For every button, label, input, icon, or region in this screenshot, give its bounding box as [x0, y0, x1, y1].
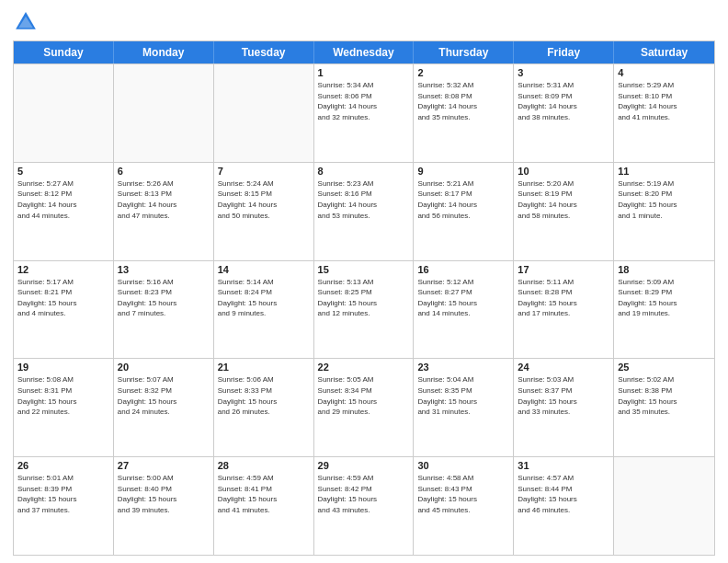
header-day-sunday: Sunday — [14, 41, 114, 63]
day-number: 16 — [417, 264, 509, 275]
day-info: Sunrise: 5:12 AM Sunset: 8:27 PM Dayligh… — [417, 277, 509, 319]
day-info: Sunrise: 5:31 AM Sunset: 8:09 PM Dayligh… — [518, 80, 609, 122]
header-day-tuesday: Tuesday — [214, 41, 314, 63]
calendar-cell: 7Sunrise: 5:24 AM Sunset: 8:15 PM Daylig… — [214, 163, 314, 260]
calendar: SundayMondayTuesdayWednesdayThursdayFrid… — [13, 40, 715, 556]
header-day-wednesday: Wednesday — [314, 41, 415, 63]
calendar-cell: 10Sunrise: 5:20 AM Sunset: 8:19 PM Dayli… — [514, 163, 614, 260]
calendar-cell — [614, 457, 714, 555]
calendar-cell: 29Sunrise: 4:59 AM Sunset: 8:42 PM Dayli… — [314, 457, 415, 555]
day-number: 22 — [318, 362, 410, 373]
header-day-saturday: Saturday — [614, 41, 714, 63]
calendar-cell: 19Sunrise: 5:08 AM Sunset: 8:31 PM Dayli… — [14, 359, 114, 456]
day-number: 12 — [17, 264, 109, 275]
calendar-cell: 6Sunrise: 5:26 AM Sunset: 8:13 PM Daylig… — [114, 163, 214, 260]
day-number: 17 — [518, 264, 609, 275]
day-info: Sunrise: 5:03 AM Sunset: 8:37 PM Dayligh… — [518, 374, 609, 417]
day-number: 8 — [318, 166, 410, 177]
calendar-cell: 20Sunrise: 5:07 AM Sunset: 8:32 PM Dayli… — [114, 359, 214, 456]
calendar-cell: 23Sunrise: 5:04 AM Sunset: 8:35 PM Dayli… — [414, 359, 514, 456]
day-info: Sunrise: 5:27 AM Sunset: 8:12 PM Dayligh… — [17, 178, 109, 221]
day-info: Sunrise: 5:04 AM Sunset: 8:35 PM Dayligh… — [417, 374, 509, 417]
calendar-cell: 11Sunrise: 5:19 AM Sunset: 8:20 PM Dayli… — [614, 163, 714, 260]
calendar-cell: 22Sunrise: 5:05 AM Sunset: 8:34 PM Dayli… — [314, 359, 415, 456]
day-info: Sunrise: 5:02 AM Sunset: 8:38 PM Dayligh… — [618, 374, 711, 417]
day-info: Sunrise: 4:59 AM Sunset: 8:41 PM Dayligh… — [218, 473, 310, 515]
header-day-thursday: Thursday — [414, 41, 514, 63]
day-number: 15 — [318, 264, 410, 275]
day-number: 7 — [218, 166, 310, 177]
day-number: 3 — [518, 67, 609, 78]
day-number: 9 — [417, 166, 509, 177]
calendar-cell: 15Sunrise: 5:13 AM Sunset: 8:25 PM Dayli… — [314, 261, 415, 359]
calendar-cell: 5Sunrise: 5:27 AM Sunset: 8:12 PM Daylig… — [14, 163, 114, 260]
calendar-week-1: 1Sunrise: 5:34 AM Sunset: 8:06 PM Daylig… — [14, 63, 714, 162]
day-info: Sunrise: 5:09 AM Sunset: 8:29 PM Dayligh… — [618, 277, 711, 319]
calendar-cell: 4Sunrise: 5:29 AM Sunset: 8:10 PM Daylig… — [614, 64, 714, 162]
calendar-cell: 18Sunrise: 5:09 AM Sunset: 8:29 PM Dayli… — [614, 261, 714, 359]
calendar-cell: 30Sunrise: 4:58 AM Sunset: 8:43 PM Dayli… — [414, 457, 514, 555]
calendar-week-2: 5Sunrise: 5:27 AM Sunset: 8:12 PM Daylig… — [14, 162, 714, 260]
calendar-cell: 31Sunrise: 4:57 AM Sunset: 8:44 PM Dayli… — [514, 457, 614, 555]
calendar-cell: 28Sunrise: 4:59 AM Sunset: 8:41 PM Dayli… — [214, 457, 314, 555]
day-info: Sunrise: 4:59 AM Sunset: 8:42 PM Dayligh… — [318, 473, 410, 515]
calendar-cell — [14, 64, 114, 162]
day-info: Sunrise: 5:21 AM Sunset: 8:17 PM Dayligh… — [417, 178, 509, 221]
day-number: 4 — [618, 67, 711, 78]
day-number: 21 — [218, 362, 310, 373]
header-day-monday: Monday — [114, 41, 214, 63]
calendar-cell: 25Sunrise: 5:02 AM Sunset: 8:38 PM Dayli… — [614, 359, 714, 456]
calendar-cell: 1Sunrise: 5:34 AM Sunset: 8:06 PM Daylig… — [314, 64, 415, 162]
day-info: Sunrise: 5:00 AM Sunset: 8:40 PM Dayligh… — [118, 473, 210, 515]
calendar-week-4: 19Sunrise: 5:08 AM Sunset: 8:31 PM Dayli… — [14, 358, 714, 456]
day-number: 23 — [417, 362, 509, 373]
day-info: Sunrise: 4:57 AM Sunset: 8:44 PM Dayligh… — [518, 473, 609, 515]
day-info: Sunrise: 5:24 AM Sunset: 8:15 PM Dayligh… — [218, 178, 310, 221]
day-number: 10 — [518, 166, 609, 177]
day-number: 6 — [118, 166, 210, 177]
calendar-cell: 14Sunrise: 5:14 AM Sunset: 8:24 PM Dayli… — [214, 261, 314, 359]
day-info: Sunrise: 5:11 AM Sunset: 8:28 PM Dayligh… — [518, 277, 609, 319]
calendar-cell: 3Sunrise: 5:31 AM Sunset: 8:09 PM Daylig… — [514, 64, 614, 162]
day-info: Sunrise: 5:26 AM Sunset: 8:13 PM Dayligh… — [118, 178, 210, 221]
day-info: Sunrise: 4:58 AM Sunset: 8:43 PM Dayligh… — [417, 473, 509, 515]
day-number: 19 — [17, 362, 109, 373]
day-number: 1 — [318, 67, 410, 78]
header — [13, 9, 715, 35]
calendar-cell: 12Sunrise: 5:17 AM Sunset: 8:21 PM Dayli… — [14, 261, 114, 359]
day-number: 30 — [417, 460, 509, 471]
day-number: 20 — [118, 362, 210, 373]
day-info: Sunrise: 5:14 AM Sunset: 8:24 PM Dayligh… — [218, 277, 310, 319]
calendar-body: 1Sunrise: 5:34 AM Sunset: 8:06 PM Daylig… — [14, 63, 714, 555]
day-info: Sunrise: 5:16 AM Sunset: 8:23 PM Dayligh… — [118, 277, 210, 319]
day-info: Sunrise: 5:17 AM Sunset: 8:21 PM Dayligh… — [17, 277, 109, 319]
calendar-cell: 13Sunrise: 5:16 AM Sunset: 8:23 PM Dayli… — [114, 261, 214, 359]
day-info: Sunrise: 5:32 AM Sunset: 8:08 PM Dayligh… — [417, 80, 509, 122]
calendar-cell: 9Sunrise: 5:21 AM Sunset: 8:17 PM Daylig… — [414, 163, 514, 260]
calendar-cell: 17Sunrise: 5:11 AM Sunset: 8:28 PM Dayli… — [514, 261, 614, 359]
logo — [13, 9, 42, 35]
calendar-cell — [214, 64, 314, 162]
day-info: Sunrise: 5:34 AM Sunset: 8:06 PM Dayligh… — [318, 80, 410, 122]
day-number: 14 — [218, 264, 310, 275]
day-info: Sunrise: 5:01 AM Sunset: 8:39 PM Dayligh… — [17, 473, 109, 515]
day-number: 5 — [17, 166, 109, 177]
day-info: Sunrise: 5:06 AM Sunset: 8:33 PM Dayligh… — [218, 374, 310, 417]
day-info: Sunrise: 5:07 AM Sunset: 8:32 PM Dayligh… — [118, 374, 210, 417]
day-number: 27 — [118, 460, 210, 471]
calendar-cell: 2Sunrise: 5:32 AM Sunset: 8:08 PM Daylig… — [414, 64, 514, 162]
day-info: Sunrise: 5:08 AM Sunset: 8:31 PM Dayligh… — [17, 374, 109, 417]
calendar-cell: 26Sunrise: 5:01 AM Sunset: 8:39 PM Dayli… — [14, 457, 114, 555]
calendar-cell: 21Sunrise: 5:06 AM Sunset: 8:33 PM Dayli… — [214, 359, 314, 456]
page: SundayMondayTuesdayWednesdayThursdayFrid… — [0, 0, 728, 563]
calendar-cell: 27Sunrise: 5:00 AM Sunset: 8:40 PM Dayli… — [114, 457, 214, 555]
header-day-friday: Friday — [514, 41, 614, 63]
day-info: Sunrise: 5:20 AM Sunset: 8:19 PM Dayligh… — [518, 178, 609, 221]
day-number: 25 — [618, 362, 711, 373]
day-number: 13 — [118, 264, 210, 275]
day-number: 31 — [518, 460, 609, 471]
day-number: 28 — [218, 460, 310, 471]
logo-icon — [13, 9, 39, 35]
calendar-cell: 8Sunrise: 5:23 AM Sunset: 8:16 PM Daylig… — [314, 163, 415, 260]
day-number: 26 — [17, 460, 109, 471]
